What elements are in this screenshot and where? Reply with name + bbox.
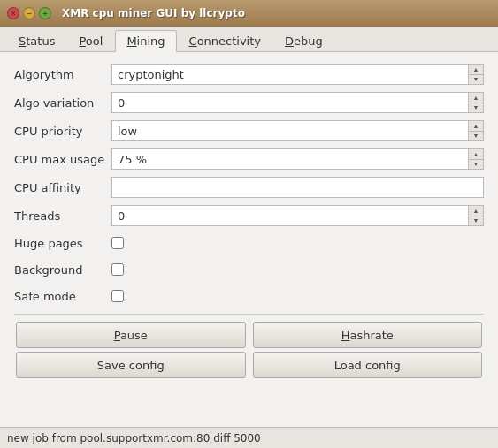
cpu-priority-spinbox[interactable]: ▲ ▼: [111, 120, 484, 141]
cpu-priority-spin-buttons: ▲ ▼: [468, 120, 484, 141]
window-controls[interactable]: × − +: [7, 7, 51, 19]
huge-pages-row: Huge pages: [14, 232, 484, 254]
cpu-priority-row: CPU priority ▲ ▼: [14, 119, 484, 142]
algo-variation-row: Algo variation ▲ ▼: [14, 91, 484, 114]
cpu-priority-up-button[interactable]: ▲: [469, 121, 483, 132]
threads-input[interactable]: [111, 205, 468, 226]
cpu-affinity-row: CPU affinity: [14, 176, 484, 199]
algorythm-up-button[interactable]: ▲: [469, 65, 483, 75]
background-row: Background: [14, 259, 484, 280]
threads-up-button[interactable]: ▲: [469, 206, 483, 216]
maximize-button[interactable]: +: [39, 7, 51, 19]
cpu-priority-down-button[interactable]: ▼: [469, 132, 483, 141]
threads-row: Threads ▲ ▼: [14, 204, 484, 227]
huge-pages-label: Huge pages: [14, 237, 111, 250]
close-button[interactable]: ×: [7, 7, 19, 19]
divider: [14, 314, 484, 315]
load-config-button[interactable]: Load config: [253, 352, 483, 378]
tab-status[interactable]: Status: [7, 30, 66, 51]
algorythm-input[interactable]: [111, 64, 468, 85]
tab-pool[interactable]: Pool: [67, 30, 114, 51]
algorythm-spinbox[interactable]: ▲ ▼: [111, 64, 484, 85]
config-button-row: Save config Load config: [14, 352, 484, 378]
cpu-max-usage-down-button[interactable]: ▼: [469, 160, 483, 170]
cpu-max-usage-spinbox[interactable]: ▲ ▼: [111, 148, 484, 170]
algorythm-spin-buttons: ▲ ▼: [468, 64, 484, 85]
algo-variation-spin-buttons: ▲ ▼: [468, 92, 484, 113]
cpu-affinity-input[interactable]: [111, 177, 484, 198]
cpu-priority-label: CPU priority: [14, 125, 111, 138]
save-config-button[interactable]: Save config: [16, 352, 246, 378]
cpu-affinity-label: CPU affinity: [14, 181, 111, 194]
tab-mining[interactable]: Mining: [115, 30, 176, 52]
background-label: Background: [14, 263, 111, 277]
cpu-max-usage-label: CPU max usage: [14, 153, 111, 166]
cpu-max-usage-up-button[interactable]: ▲: [469, 149, 483, 160]
pause-button[interactable]: Pause: [16, 322, 246, 348]
algo-variation-spinbox[interactable]: ▲ ▼: [111, 92, 484, 113]
status-message: new job from pool.supportxmr.com:80 diff…: [7, 432, 261, 444]
window-title: XMR cpu miner GUI by llcrypto: [62, 7, 245, 19]
safe-mode-row: Safe mode: [14, 285, 484, 307]
algorythm-label: Algorythm: [14, 68, 111, 81]
algorythm-down-button[interactable]: ▼: [469, 75, 483, 85]
title-bar: × − + XMR cpu miner GUI by llcrypto: [0, 0, 498, 27]
minimize-button[interactable]: −: [23, 7, 35, 19]
status-bar: new job from pool.supportxmr.com:80 diff…: [0, 427, 498, 448]
threads-down-button[interactable]: ▼: [469, 216, 483, 226]
algo-variation-label: Algo variation: [14, 96, 111, 110]
threads-spinbox[interactable]: ▲ ▼: [111, 205, 484, 226]
cpu-max-usage-spin-buttons: ▲ ▼: [468, 148, 484, 170]
tab-debug[interactable]: Debug: [273, 30, 334, 51]
hashrate-button[interactable]: Hashrate: [253, 322, 483, 348]
tab-bar: Status Pool Mining Connectivity Debug: [0, 27, 498, 52]
cpu-max-usage-row: CPU max usage ▲ ▼: [14, 148, 484, 171]
algo-variation-down-button[interactable]: ▼: [469, 103, 483, 113]
primary-button-row: Pause Hashrate: [14, 322, 484, 348]
algorythm-row: Algorythm ▲ ▼: [14, 63, 484, 86]
background-checkbox[interactable]: [111, 263, 124, 276]
cpu-priority-input[interactable]: [111, 120, 468, 141]
cpu-max-usage-input[interactable]: [111, 148, 468, 170]
safe-mode-label: Safe mode: [14, 290, 111, 303]
threads-label: Threads: [14, 209, 111, 223]
huge-pages-checkbox[interactable]: [111, 237, 124, 249]
tab-connectivity[interactable]: Connectivity: [178, 30, 272, 51]
algo-variation-input[interactable]: [111, 92, 468, 113]
main-content: Algorythm ▲ ▼ Algo variation ▲ ▼ CPU pri…: [0, 52, 498, 389]
safe-mode-checkbox[interactable]: [111, 290, 124, 302]
threads-spin-buttons: ▲ ▼: [468, 205, 484, 226]
algo-variation-up-button[interactable]: ▲: [469, 93, 483, 103]
